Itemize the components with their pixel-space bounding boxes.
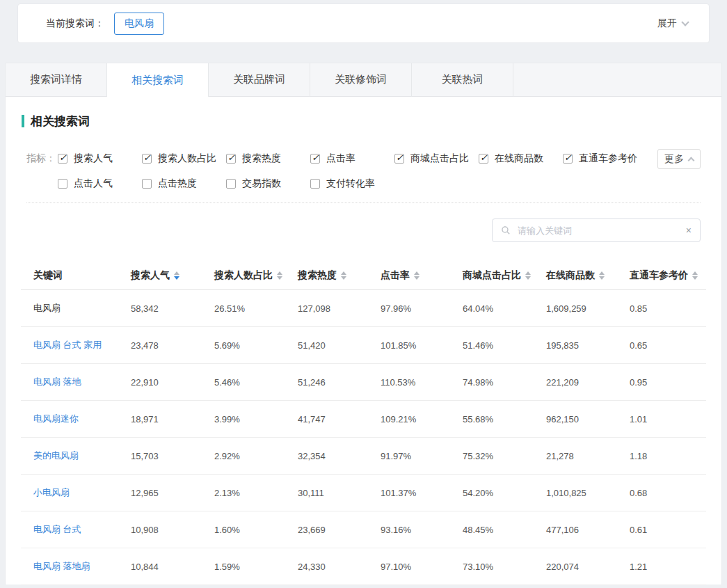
- sort-icon[interactable]: [341, 271, 346, 280]
- column-header-4[interactable]: 点击率: [381, 269, 463, 282]
- keyword-link[interactable]: 电风扇 落地: [33, 376, 131, 388]
- keyword-link[interactable]: 电风扇 台式: [33, 523, 131, 536]
- tab-related-hot-terms[interactable]: 关联热词: [412, 63, 513, 97]
- table-row: 电风扇 落地扇10,8441.59%24,33097.10%73.10%220,…: [21, 548, 706, 585]
- metric-checkbox-item[interactable]: 直通车参考价: [563, 152, 647, 166]
- value-cell: 51,420: [298, 340, 381, 351]
- metric-checkbox-item[interactable]: 交易指数: [226, 177, 310, 191]
- metric-checkbox-item[interactable]: 搜索人气: [58, 152, 142, 166]
- checkbox-unchecked-icon[interactable]: [226, 179, 236, 189]
- value-cell: 41,747: [298, 414, 381, 424]
- keyword-link[interactable]: 电风扇迷你: [33, 413, 131, 425]
- section-title: 相关搜索词: [22, 114, 721, 128]
- value-cell: 1,609,259: [546, 303, 630, 314]
- keyword-search-input[interactable]: [516, 225, 686, 237]
- value-cell: 1.59%: [214, 562, 298, 572]
- checkbox-checked-icon[interactable]: [563, 154, 573, 164]
- column-header-3[interactable]: 搜索热度: [298, 269, 381, 282]
- column-header-label: 直通车参考价: [630, 269, 688, 282]
- metric-label: 点击率: [326, 152, 355, 165]
- keyword-link[interactable]: 美的电风扇: [33, 450, 131, 462]
- metric-checkbox-item[interactable]: 点击热度: [142, 177, 226, 191]
- current-search-term-tag[interactable]: 电风扇: [114, 13, 164, 35]
- tab-search-term-detail[interactable]: 搜索词详情: [6, 63, 107, 97]
- value-cell: 74.98%: [463, 377, 546, 388]
- table-row: 电风扇 台式 家用23,4785.69%51,420101.85%51.46%1…: [21, 327, 706, 364]
- value-cell: 51.46%: [463, 340, 546, 351]
- value-cell: 22,910: [131, 377, 214, 388]
- value-cell: 110.53%: [381, 377, 463, 388]
- tab-related-brand-terms[interactable]: 关联品牌词: [209, 63, 310, 97]
- metrics-checkbox-grid: 搜索人气搜索人数占比搜索热度点击率商城点击占比在线商品数直通车参考价点击人气点击…: [58, 152, 647, 191]
- checkbox-unchecked-icon[interactable]: [310, 179, 320, 189]
- value-cell: 109.21%: [381, 414, 463, 424]
- value-cell: 0.85: [630, 303, 706, 314]
- sort-icon[interactable]: [414, 271, 420, 280]
- expand-button[interactable]: 展开: [657, 17, 688, 30]
- metric-label: 点击热度: [158, 177, 197, 190]
- more-button[interactable]: 更多: [657, 149, 701, 169]
- sort-icon[interactable]: [692, 271, 698, 280]
- column-header-5[interactable]: 商城点击占比: [463, 269, 546, 282]
- current-search-term-bar: 当前搜索词： 电风扇 展开: [17, 3, 710, 43]
- value-cell: 221,209: [546, 377, 630, 388]
- value-cell: 477,106: [546, 525, 630, 535]
- metric-label: 直通车参考价: [579, 152, 637, 165]
- column-header-6[interactable]: 在线商品数: [546, 269, 630, 282]
- value-cell: 58,342: [131, 303, 214, 314]
- metric-checkbox-item[interactable]: 在线商品数: [479, 152, 563, 166]
- value-cell: 220,074: [546, 562, 630, 572]
- checkbox-checked-icon[interactable]: [310, 154, 320, 164]
- search-icon: [501, 225, 511, 235]
- metric-label: 商城点击占比: [410, 152, 469, 165]
- value-cell: 0.61: [630, 525, 706, 535]
- metric-checkbox-item[interactable]: 搜索人数占比: [142, 152, 226, 166]
- value-cell: 3.99%: [214, 414, 298, 424]
- column-header-7[interactable]: 直通车参考价: [630, 269, 706, 282]
- value-cell: 1.01: [630, 414, 706, 424]
- metric-checkbox-item[interactable]: 点击率: [310, 152, 394, 166]
- sort-icon[interactable]: [525, 271, 531, 280]
- tab-related-search-terms[interactable]: 相关搜索词: [107, 63, 209, 97]
- column-header-label: 商城点击占比: [463, 269, 521, 282]
- table-row: 电风扇迷你18,9713.99%41,747109.21%55.68%962,1…: [21, 401, 706, 438]
- value-cell: 30,111: [298, 488, 381, 498]
- sort-icon[interactable]: [277, 271, 282, 280]
- value-cell: 12,965: [131, 488, 214, 498]
- checkbox-unchecked-icon[interactable]: [142, 179, 152, 189]
- table-row: 电风扇 落地22,9105.46%51,246110.53%74.98%221,…: [21, 364, 706, 401]
- related-search-table: 关键词搜索人气搜索人数占比搜索热度点击率商城点击占比在线商品数直通车参考价 电风…: [21, 261, 706, 585]
- checkbox-checked-icon[interactable]: [394, 154, 404, 164]
- keyword-link[interactable]: 电风扇 落地扇: [33, 560, 131, 573]
- value-cell: 97.96%: [381, 303, 463, 314]
- value-cell: 2.92%: [214, 451, 298, 461]
- keyword-link[interactable]: 电风扇 台式 家用: [33, 339, 131, 351]
- clear-icon[interactable]: ×: [686, 225, 692, 235]
- metric-checkbox-item[interactable]: 点击人气: [58, 177, 142, 191]
- sort-icon[interactable]: [599, 271, 605, 280]
- checkbox-checked-icon[interactable]: [142, 154, 152, 164]
- column-header-0: 关键词: [33, 269, 131, 282]
- column-header-1[interactable]: 搜索人气: [131, 269, 214, 282]
- tab-related-modifier-terms[interactable]: 关联修饰词: [310, 63, 412, 97]
- checkbox-unchecked-icon[interactable]: [58, 179, 67, 189]
- checkbox-checked-icon[interactable]: [58, 154, 67, 164]
- column-header-label: 关键词: [33, 269, 63, 282]
- column-header-label: 在线商品数: [546, 269, 595, 282]
- column-header-label: 点击率: [381, 269, 410, 282]
- keyword-link[interactable]: 小电风扇: [33, 486, 131, 499]
- metric-checkbox-item[interactable]: 搜索热度: [226, 152, 310, 166]
- checkbox-checked-icon[interactable]: [226, 154, 236, 164]
- table-row: 电风扇 台式10,9081.60%23,66993.16%48.45%477,1…: [21, 511, 706, 548]
- column-header-2[interactable]: 搜索人数占比: [214, 269, 298, 282]
- sort-icon[interactable]: [174, 271, 179, 280]
- current-search-term-label: 当前搜索词：: [46, 17, 104, 30]
- value-cell: 97.10%: [381, 562, 463, 572]
- value-cell: 101.37%: [381, 488, 463, 498]
- value-cell: 93.16%: [381, 525, 463, 535]
- metric-label: 支付转化率: [326, 177, 375, 190]
- metric-checkbox-item[interactable]: 商城点击占比: [394, 152, 479, 166]
- metric-checkbox-item[interactable]: 支付转化率: [310, 177, 394, 191]
- checkbox-checked-icon[interactable]: [479, 154, 488, 164]
- value-cell: 64.04%: [463, 303, 546, 314]
